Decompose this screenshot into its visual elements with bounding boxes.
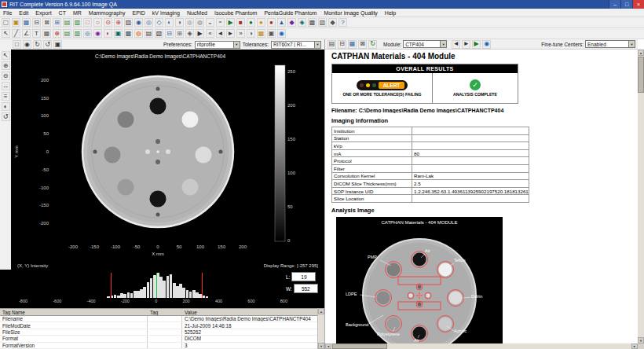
menu-item-epid[interactable]: EPID xyxy=(133,10,145,16)
scroll-left-icon[interactable]: ◄ xyxy=(325,343,331,349)
tolerances-select[interactable]: RIT60x7 | RI... ▼ xyxy=(271,41,321,49)
scrollbar-thumb[interactable] xyxy=(638,57,644,93)
scroll-right-icon[interactable]: ► xyxy=(631,343,638,349)
help-tool-icon[interactable]: ? xyxy=(338,18,347,27)
zoom-in-icon[interactable]: ⊕ xyxy=(2,61,10,70)
results-horizontal-scrollbar[interactable]: ◄ ► xyxy=(325,343,638,349)
select-arrow-icon[interactable]: ↖ xyxy=(2,29,10,38)
run-module-icon[interactable]: ▶ xyxy=(472,40,481,49)
results-vertical-scrollbar[interactable]: ▲ ▼ xyxy=(638,50,644,343)
histogram-lower-marker[interactable] xyxy=(111,273,112,298)
warn-flag-icon[interactable]: ● xyxy=(257,18,265,27)
settings-icon[interactable]: ◆ xyxy=(328,18,337,27)
calibration-tool-icon[interactable]: ◆ xyxy=(287,18,296,27)
analysis-image[interactable]: CATPHAN Materials - 404 MODULE xyxy=(336,217,503,343)
minimize-button[interactable]: – xyxy=(609,0,620,9)
catphan-phantom-icon[interactable]: ◎ xyxy=(185,18,194,27)
pointer-select-icon[interactable]: ↖ xyxy=(2,51,10,60)
next-frame-icon[interactable]: ► xyxy=(226,29,235,38)
chevron-down-icon[interactable]: ▼ xyxy=(233,42,240,48)
region-zoom-icon[interactable]: □ xyxy=(13,40,21,49)
module-info-icon[interactable]: ◉ xyxy=(482,40,491,49)
save-image-icon[interactable]: ▦ xyxy=(22,18,31,27)
table-row[interactable]: FormatVersion 3 xyxy=(0,343,324,349)
pass-flag-icon[interactable]: ● xyxy=(247,18,255,27)
menu-item-kv-imaging[interactable]: kV Imaging xyxy=(152,10,180,16)
contrast-icon[interactable]: ◐ xyxy=(2,102,10,111)
col-tag-name[interactable]: Tag Name xyxy=(0,309,148,315)
export-data-icon[interactable]: ⊠ xyxy=(42,18,51,27)
menu-item-file[interactable]: File xyxy=(3,10,12,16)
cine-tool-icon[interactable]: ▶ xyxy=(196,29,204,38)
mr-module-icon[interactable]: ◉ xyxy=(93,29,102,38)
leeds-phantom-icon[interactable]: ◍ xyxy=(196,18,204,27)
table-row[interactable]: FileSize 525262 xyxy=(0,329,324,336)
prev-frame-icon[interactable]: ◄ xyxy=(216,29,225,38)
report-tool-icon[interactable]: ▤ xyxy=(145,29,153,38)
annotate-text-icon[interactable]: T xyxy=(32,29,41,38)
next-module-icon[interactable]: ► xyxy=(462,40,470,49)
ct-image-display[interactable]: C:\Demo Images\Radia Demo Images\CATPHAN… xyxy=(11,50,324,270)
profile-vertical-icon[interactable]: ▥ xyxy=(73,18,82,27)
snapshot-icon[interactable]: ▣ xyxy=(53,40,62,49)
roi-rectangle-icon[interactable]: □ xyxy=(83,18,92,27)
chevron-down-icon[interactable]: ▼ xyxy=(628,41,635,47)
last-frame-icon[interactable]: » xyxy=(236,29,245,38)
reset-view-icon[interactable]: ↺ xyxy=(2,112,10,121)
menu-item-export[interactable]: Export xyxy=(35,10,51,16)
refresh-analysis-icon[interactable]: ↻ xyxy=(368,40,377,49)
table-row[interactable]: Format DICOM xyxy=(0,336,324,342)
prev-module-icon[interactable]: ◄ xyxy=(452,40,460,49)
crosshair-icon[interactable]: ⊕ xyxy=(114,18,123,27)
new-image-icon[interactable]: ▢ xyxy=(2,18,10,27)
maximize-button[interactable]: □ xyxy=(620,0,632,9)
pan-tool-icon[interactable]: ◇ xyxy=(155,18,163,27)
scroll-down-icon[interactable]: ▼ xyxy=(638,337,644,343)
measure-angle-icon[interactable]: ∠ xyxy=(22,29,31,38)
mosaic-tool-icon[interactable]: ▧ xyxy=(318,18,327,27)
table-row[interactable]: Filename C:\Demo Images\Radia Demo Image… xyxy=(0,316,324,322)
export-results-icon[interactable]: ⊠ xyxy=(358,40,367,49)
tag-table-scrollbar[interactable]: ▲ ▼ xyxy=(317,308,324,349)
open-image-icon[interactable]: ▣ xyxy=(12,18,20,27)
save-results-icon[interactable]: ▦ xyxy=(348,40,357,49)
nucmed-module-icon[interactable]: ◍ xyxy=(134,29,143,38)
col-tag[interactable]: Tag xyxy=(148,309,182,315)
ruler-icon[interactable]: ≡ xyxy=(2,92,10,101)
menu-item-ct[interactable]: CT xyxy=(59,10,66,16)
rotate-image-icon[interactable]: ◐ xyxy=(165,18,174,27)
finetune-select[interactable]: Enabled ▼ xyxy=(585,40,635,48)
preferences-select[interactable]: ritprofile ▼ xyxy=(195,41,240,49)
zoom-in-icon[interactable]: ◉ xyxy=(134,18,143,27)
invert-image-icon[interactable]: ◑ xyxy=(175,18,184,27)
scroll-down-icon[interactable]: ▼ xyxy=(318,343,324,349)
close-button[interactable]: × xyxy=(632,0,644,9)
profile-horizontal-icon[interactable]: ▤ xyxy=(63,18,71,27)
grid-overlay-icon[interactable]: ▦ xyxy=(42,29,51,38)
col-value[interactable]: Value xyxy=(182,309,324,315)
table-row[interactable]: FileModDate 21-Jul-2009 14:46:18 xyxy=(0,322,324,329)
roi-circle-icon[interactable]: ○ xyxy=(93,18,102,27)
report-icon[interactable]: ▤ xyxy=(327,40,336,49)
print-report-icon[interactable]: ⊟ xyxy=(338,40,346,49)
database-tool-icon[interactable]: ⊟ xyxy=(165,29,174,38)
epid-module-icon[interactable]: ▣ xyxy=(114,29,123,38)
info-tool-icon[interactable]: ◉ xyxy=(277,29,286,38)
window-level-icon[interactable]: ◑ xyxy=(247,29,255,38)
ct-module-icon[interactable]: ◎ xyxy=(83,29,92,38)
menu-item-mammography[interactable]: Mammography xyxy=(89,10,126,16)
scroll-up-icon[interactable]: ▲ xyxy=(638,50,644,56)
zoom-out-icon[interactable]: ⊖ xyxy=(2,72,10,80)
compare-tool-icon[interactable]: ⊞ xyxy=(175,29,184,38)
menu-item-mr[interactable]: MR xyxy=(73,10,82,16)
menu-item-edit[interactable]: Edit xyxy=(19,10,28,16)
colormap-tool-icon[interactable]: ▦ xyxy=(257,29,265,38)
measure-line-icon[interactable]: ╱ xyxy=(12,29,20,38)
module-select[interactable]: CTP404 ▼ xyxy=(403,40,447,48)
histogram-level-marker[interactable] xyxy=(156,273,157,298)
print-icon[interactable]: ⊟ xyxy=(32,18,41,27)
undo-view-icon[interactable]: ↺ xyxy=(43,40,52,49)
first-frame-icon[interactable]: « xyxy=(206,29,214,38)
zoom-out-icon[interactable]: ◎ xyxy=(145,18,153,27)
kv-module-icon[interactable]: ▩ xyxy=(124,29,133,38)
